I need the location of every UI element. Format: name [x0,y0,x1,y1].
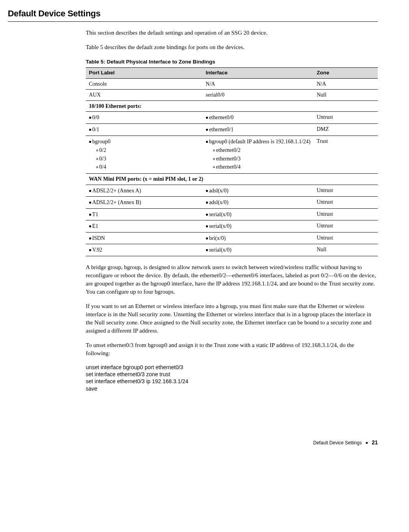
table-row: ADSL2/2+ (Annex A) adsl(x/0) Untrust [86,185,378,197]
th-port-label: Port Label [86,67,203,78]
list-item: adsl(x/0) [206,187,311,195]
table-row: ISDN bri(x/0) Untrust [86,232,378,244]
text: bgroup0 [92,139,111,144]
cell: bgroup0 (default IP address is 192.168.1… [203,136,314,173]
cell: Console [86,78,203,90]
cell: 0/1 [86,123,203,136]
cell: E1 [86,220,203,233]
body-content: This section describes the default setti… [86,29,378,392]
cell: ADSL2/2+ (Annex A) [86,185,203,197]
list-item: ethernet0/3 [213,155,311,163]
cell: Null [313,90,378,101]
list-item: bgroup0 (default IP address is 192.168.1… [206,137,311,172]
table-row: E1 serial(x/0) Untrust [86,220,378,233]
table-row: Console N/A N/A [86,78,378,90]
page-number: 21 [372,439,378,446]
table-subheader: 10/100 Ethernet ports: [86,100,378,112]
list-item: ethernet0/2 [213,146,311,155]
cell: Untrust [313,220,378,233]
table-row: T1 serial(x/0) Untrust [86,208,378,220]
cell: DMZ [313,123,378,136]
command-line: save [86,385,378,392]
cell: Untrust [313,208,378,220]
table-lead-paragraph: Table 5 describes the default zone bindi… [86,43,378,51]
cell: N/A [203,78,314,90]
list-item: serial(x/0) [206,210,311,219]
table-row: bgroup0 0/2 0/3 0/4 bgroup0 (default IP … [86,136,378,173]
cell: Untrust [313,185,378,197]
list-item: ADSL2/2+ (Annex B) [89,198,200,207]
list-item: 0/4 [96,163,200,171]
paragraph: A bridge group, bgroup, is designed to a… [86,263,378,296]
table-row: 0/0 ethernet0/0 Untrust [86,112,378,124]
heading-rule [8,21,378,22]
list-item: serial(x/0) [206,222,311,231]
cell: adsl(x/0) [203,197,314,209]
list-item: ISDN [89,234,200,243]
zone-bindings-table: Port Label Interface Zone Console N/A N/… [86,67,378,256]
footer-title: Default Device Settings [313,440,362,446]
cell: Untrust [313,112,378,124]
list-item: T1 [89,210,200,219]
command-line: set interface ethernet0/3 ip 192.168.3.1… [86,378,378,385]
th-zone: Zone [313,67,378,78]
list-item: ethernet0/0 [206,113,311,122]
list-item: ethernet0/4 [213,163,311,171]
list-item: V.92 [89,246,200,254]
list-item: E1 [89,222,200,231]
list-item: serial(x/0) [206,246,311,254]
command-block: unset interface bgroup0 port ethernet0/3… [86,364,378,392]
table-row: 0/1 ethernet0/1 DMZ [86,123,378,136]
cell: serial0/0 [203,90,314,101]
cell: ethernet0/1 [203,123,314,136]
list-item: 0/2 [96,146,200,155]
cell: ISDN [86,232,203,244]
table-caption: Table 5: Default Physical Interface to Z… [86,58,378,66]
cell: 10/100 Ethernet ports: [86,100,378,112]
cell: adsl(x/0) [203,185,314,197]
intro-paragraph: This section describes the default setti… [86,29,378,37]
list-item: ADSL2/2+ (Annex A) [89,187,200,195]
text: bgroup0 (default IP address is 192.168.1… [209,139,310,144]
list-item: adsl(x/0) [206,198,311,207]
list-item: ethernet0/1 [206,125,311,134]
th-interface: Interface [203,67,314,78]
list-item: bri(x/0) [206,234,311,243]
cell: bgroup0 0/2 0/3 0/4 [86,136,203,173]
cell: bri(x/0) [203,232,314,244]
cell: ADSL2/2+ (Annex B) [86,197,203,209]
table-subheader: WAN Mini PIM ports: (x = mini PIM slot, … [86,173,378,185]
table-row: V.92 serial(x/0) Null [86,244,378,256]
command-line: unset interface bgroup0 port ethernet0/3 [86,364,378,371]
cell: ethernet0/0 [203,112,314,124]
cell: WAN Mini PIM ports: (x = mini PIM slot, … [86,173,378,185]
page-footer: Default Device Settings ■ 21 [8,439,378,447]
list-item: 0/0 [89,113,200,122]
cell: 0/0 [86,112,203,124]
page-heading: Default Device Settings [8,8,378,20]
cell: serial(x/0) [203,244,314,256]
square-bullet-icon: ■ [366,441,368,445]
cell: Untrust [313,232,378,244]
cell: serial(x/0) [203,208,314,220]
list-item: 0/1 [89,125,200,134]
paragraph: If you want to set an Ethernet or wirele… [86,302,378,335]
table-row: ADSL2/2+ (Annex B) adsl(x/0) Untrust [86,197,378,209]
cell: T1 [86,208,203,220]
cell: serial(x/0) [203,220,314,233]
paragraph: To unset ethernet0/3 from bgroup0 and as… [86,341,378,358]
command-line: set interface ethernet0/3 zone trust [86,371,378,378]
list-item: bgroup0 0/2 0/3 0/4 [89,137,200,172]
list-item: 0/3 [96,155,200,163]
cell: V.92 [86,244,203,256]
cell: Untrust [313,197,378,209]
cell: Null [313,244,378,256]
cell: N/A [313,78,378,90]
cell: Trust [313,136,378,173]
table-row: AUX serial0/0 Null [86,90,378,101]
cell: AUX [86,90,203,101]
